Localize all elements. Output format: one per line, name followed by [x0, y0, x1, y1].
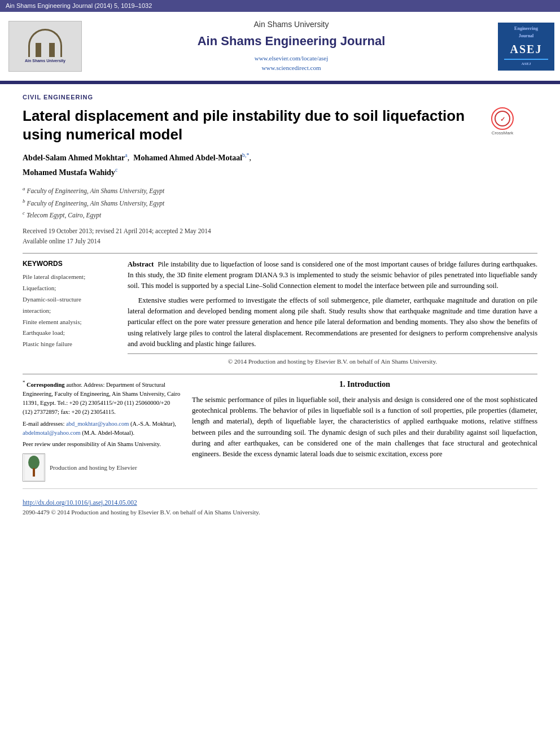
footnote-intro-section: * Corresponding author. Address: Departm…: [23, 374, 537, 482]
logo-image: Ain Shams University: [8, 21, 82, 72]
corresponding-label: Corresponding: [27, 381, 65, 387]
keywords-list: Pile lateral displacement; Liquefaction;…: [23, 272, 119, 350]
article-title: Lateral displacement and pile instabilit…: [23, 107, 485, 143]
email-addresses: E-mail addresses: abd_mokhtar@yahoo.com …: [23, 420, 181, 438]
footnote-column: * Corresponding author. Address: Departm…: [23, 379, 181, 482]
authors-list: Abdel-Salam Ahmed Mokhtara, Mohamed Ahme…: [23, 150, 537, 179]
crossmark-badge: ✓ CrossMark: [491, 107, 514, 136]
journal-header: Ain Shams University Ain Shams Universit…: [0, 12, 560, 82]
intro-title: 1. Introduction: [192, 379, 537, 390]
asej-logo: Engineering Journal ASEJ ASEJ: [498, 23, 554, 71]
abstract-column: Abstract Pile instability due to liquefa…: [128, 259, 537, 366]
elsevier-logo-area: Production and hosting by Elsevier: [23, 453, 181, 482]
author-2-name: Mohamed Ahmed Abdel-Motaal: [133, 154, 242, 162]
crossmark-svg: ✓: [495, 111, 510, 126]
url2[interactable]: www.sciencedirect.com: [255, 63, 329, 73]
content-area: CIVIL ENGINEERING Lateral displacement a…: [0, 84, 560, 523]
university-name: Ain Shams University: [253, 19, 329, 30]
section-tag: CIVIL ENGINEERING: [23, 93, 537, 102]
abstract-paragraph-2: Extensive studies were performed to inve…: [128, 295, 537, 350]
svg-rect-4: [33, 468, 35, 477]
received-dates: Received 19 October 2013; revised 21 Apr…: [23, 226, 537, 235]
keyword-4: Finite element analysis;: [23, 317, 119, 328]
keyword-5: Earthquake load;: [23, 327, 119, 339]
journal-title-area: Ain Shams University Ain Shams Engineeri…: [90, 16, 492, 76]
asej-journal-label: Journal: [519, 33, 534, 39]
intro-body: The seismic performance of piles in liqu…: [192, 395, 537, 460]
doi-link[interactable]: http://dx.doi.org/10.1016/j.asej.2014.05…: [23, 498, 537, 507]
logo-label: Ain Shams University: [25, 58, 65, 64]
logo-arch-icon: [28, 29, 62, 57]
email-link-1[interactable]: abd_mokhtar@yahoo.com: [66, 421, 129, 427]
author-3-name: Mohamed Mustafa Wahidy: [23, 168, 115, 176]
university-logo-left: Ain Shams University: [0, 16, 90, 76]
keywords-column: KEYWORDS Pile lateral displacement; Liqu…: [23, 259, 119, 366]
copyright-line: © 2014 Production and hosting by Elsevie…: [128, 353, 537, 366]
journal-urls: www.elsevier.com/locate/asej www.science…: [255, 54, 329, 73]
asej-brand: ASEJ: [521, 62, 531, 67]
introduction-column: 1. Introduction The seismic performance …: [192, 379, 537, 482]
author-1-name: Abdel-Salam Ahmed Mokhtar: [23, 154, 125, 162]
keyword-1: Pile lateral displacement;: [23, 272, 119, 283]
keyword-2: Liquefaction;: [23, 283, 119, 294]
url1[interactable]: www.elsevier.com/locate/asej: [255, 54, 329, 64]
elsevier-logo-icon: [23, 453, 45, 482]
author-1-sup: a: [125, 152, 127, 158]
asej-acronym: ASEJ: [510, 41, 542, 57]
svg-point-3: [28, 456, 40, 469]
asej-divider: [504, 59, 548, 60]
author-2-sup: b,*: [242, 152, 250, 158]
doi-anchor[interactable]: http://dx.doi.org/10.1016/j.asej.2014.05…: [23, 499, 137, 506]
asej-eng-label: Engineering: [514, 25, 538, 32]
journal-name: Ain Shams Engineering Journal: [198, 33, 386, 50]
keyword-3b: interaction;: [23, 305, 119, 317]
top-bar: Ain Shams Engineering Journal (2014) 5, …: [0, 0, 560, 12]
affiliation-a: a Faculty of Engineering, Ain Shams Univ…: [23, 185, 537, 196]
keyword-3: Dynamic-soil–structure: [23, 294, 119, 305]
affiliation-b: b Faculty of Engineering, Ain Shams Univ…: [23, 197, 537, 209]
keywords-title: KEYWORDS: [23, 259, 119, 269]
abstract-text: Abstract Pile instability due to liquefa…: [128, 259, 537, 350]
asej-logo-area: Engineering Journal ASEJ ASEJ: [492, 16, 560, 76]
elsevier-production-text: Production and hosting by Elsevier: [50, 463, 137, 473]
peer-review-note: Peer review under responsibility of Ain …: [23, 440, 181, 449]
title-row: Lateral displacement and pile instabilit…: [23, 104, 537, 150]
abstract-keywords-section: KEYWORDS Pile lateral displacement; Liqu…: [23, 253, 537, 366]
elsevier-tree-icon: [24, 454, 44, 481]
keyword-6: Plastic hinge failure: [23, 339, 119, 350]
corresponding-author-note: * Corresponding author. Address: Departm…: [23, 379, 181, 417]
doi-issn-section: http://dx.doi.org/10.1016/j.asej.2014.05…: [23, 488, 537, 517]
available-online: Available online 17 July 2014: [23, 237, 537, 246]
email-link-2[interactable]: abdelmotal@yahoo.com: [23, 430, 81, 436]
svg-text:✓: ✓: [500, 116, 505, 123]
abstract-label: Abstract: [128, 260, 158, 268]
issn-line: 2090-4479 © 2014 Production and hosting …: [23, 508, 537, 517]
affiliations: a Faculty of Engineering, Ain Shams Univ…: [23, 185, 537, 221]
author-3-sup: c: [115, 167, 117, 173]
abstract-paragraph-1: Abstract Pile instability due to liquefa…: [128, 259, 537, 292]
crossmark-icon: ✓: [491, 107, 514, 130]
journal-citation: Ain Shams Engineering Journal (2014) 5, …: [6, 2, 152, 9]
affiliation-c: c Telecom Egypt, Cairo, Egypt: [23, 209, 537, 221]
crossmark-label: CrossMark: [491, 130, 514, 136]
